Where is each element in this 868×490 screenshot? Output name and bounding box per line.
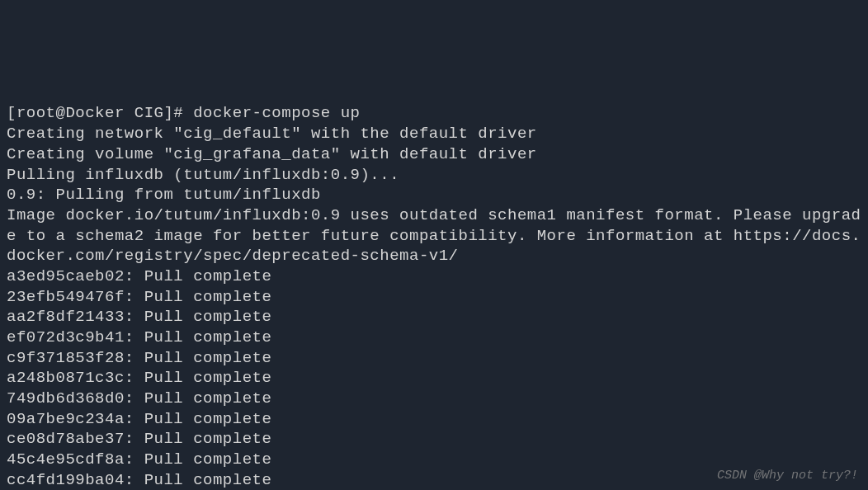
terminal-line: a248b0871c3c: Pull complete	[7, 369, 271, 387]
watermark-text: CSDN @Why not try?!	[717, 468, 858, 484]
terminal-line: 749db6d368d0: Pull complete	[7, 389, 271, 408]
terminal-line: Pulling influxdb (tutum/influxdb:0.9)...	[7, 166, 399, 184]
terminal-line: Creating volume "cig_grafana_data" with …	[7, 145, 537, 163]
terminal-line: cc4fd199ba04: Pull complete	[7, 471, 271, 489]
terminal-output: [root@Docker CIG]# docker-compose up Cre…	[7, 83, 861, 490]
terminal-line: 09a7be9c234a: Pull complete	[7, 410, 271, 428]
terminal-line: c9f371853f28: Pull complete	[7, 349, 271, 367]
terminal-line: aa2f8df21433: Pull complete	[7, 308, 271, 326]
terminal-line: 0.9: Pulling from tutum/influxdb	[7, 186, 321, 204]
terminal-line: 45c4e95cdf8a: Pull complete	[7, 450, 271, 469]
terminal-line: Image docker.io/tutum/influxdb:0.9 uses …	[7, 206, 861, 265]
terminal-line: ef072d3c9b41: Pull complete	[7, 328, 271, 346]
terminal-prompt-line: [root@Docker CIG]# docker-compose up	[7, 104, 360, 122]
terminal-line: 23efb549476f: Pull complete	[7, 288, 271, 306]
terminal-line: a3ed95caeb02: Pull complete	[7, 267, 271, 285]
terminal-line: ce08d78abe37: Pull complete	[7, 430, 271, 448]
terminal-line: Creating network "cig_default" with the …	[7, 125, 537, 143]
